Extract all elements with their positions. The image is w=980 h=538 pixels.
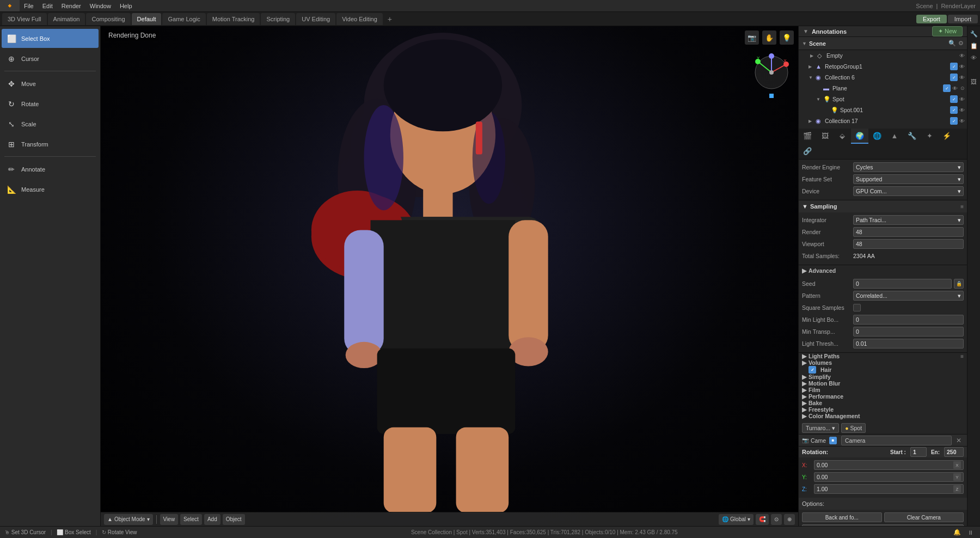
ws-tab-add[interactable]: + <box>384 13 396 25</box>
tool-rotate[interactable]: ↻ Rotate <box>2 94 99 113</box>
side-icon-view[interactable]: 👁 <box>969 52 979 63</box>
spot-checkbox[interactable]: ✓ <box>950 95 958 103</box>
hair-checkbox[interactable]: ✓ <box>808 366 816 374</box>
bake-header[interactable]: ▶ Bake <box>799 400 967 406</box>
status-icon-2[interactable]: ⏸ <box>965 527 976 538</box>
rot-x-btn[interactable]: X <box>953 461 961 469</box>
spot001-eye[interactable]: 👁 <box>959 107 965 113</box>
proportional-edit[interactable]: ⊙ <box>771 514 782 525</box>
min-transp-input[interactable]: 0 <box>853 327 964 337</box>
tool-scale[interactable]: ⤡ Scale <box>2 114 99 133</box>
menu-edit[interactable]: Edit <box>38 0 57 11</box>
simplify-header[interactable]: ▶ Simplify <box>799 374 967 380</box>
col17-eye[interactable]: 👁 <box>959 118 965 124</box>
menu-help[interactable]: Help <box>115 0 137 11</box>
rot-z-input[interactable]: 1.00 Z <box>814 484 964 494</box>
seed-input[interactable]: 0 <box>853 279 952 289</box>
rot-y-input[interactable]: 0.00 Y <box>814 472 964 482</box>
came-checkbox[interactable]: ■ <box>829 437 837 444</box>
spot-eye[interactable]: 👁 <box>959 96 965 102</box>
transform-orientations[interactable]: ⊕ <box>784 514 795 525</box>
ws-tab-gamellogic[interactable]: Game Logic <box>162 13 205 25</box>
tree-item-collection6[interactable]: ▼ ◉ Collection 6 ✓ 👁 <box>799 72 967 83</box>
select-menu[interactable]: Select <box>180 514 202 525</box>
camera-selector[interactable]: Camera <box>841 436 952 445</box>
ws-tab-videoediting[interactable]: Video Editing <box>336 13 383 25</box>
menu-render[interactable]: Render <box>57 0 85 11</box>
menu-window[interactable]: Window <box>85 0 115 11</box>
tree-item-spot001[interactable]: ▶ 💡 Spot.001 ✓ 👁 <box>799 105 967 115</box>
seed-lock-icon[interactable]: 🔒 <box>954 279 964 289</box>
light-thresh-input[interactable]: 0.01 <box>853 339 964 349</box>
camera-close-icon[interactable]: ✕ <box>954 437 964 444</box>
performance-header[interactable]: ▶ Performance <box>799 393 967 400</box>
retopo-eye[interactable]: 👁 <box>959 64 965 70</box>
scene-filter-icon[interactable]: 🔍 <box>948 40 956 47</box>
hair-header[interactable]: ✓ Hair <box>799 366 967 374</box>
tree-item-retopogroup[interactable]: ▶ ▲ RetopoGroup1 ✓ 👁 <box>799 61 967 72</box>
clear-camera-button[interactable]: Clear Camera <box>884 512 964 522</box>
ws-tab-motiontracking[interactable]: Motion Tracking <box>207 13 260 25</box>
tool-measure[interactable]: 📐 Measure <box>2 180 99 199</box>
tree-item-plane[interactable]: ▶ ▬ Plane ✓ 👁 ⊙ <box>799 83 967 94</box>
add-menu[interactable]: Add <box>204 514 220 525</box>
col6-eye[interactable]: 👁 <box>959 75 965 81</box>
tool-transform[interactable]: ⊞ Transform <box>2 134 99 154</box>
volumes-header[interactable]: ▶ Volumes <box>799 359 967 366</box>
turnaround-dropdown[interactable]: Turnaro... ▾ <box>802 423 839 433</box>
start-input[interactable]: 1 <box>910 447 927 457</box>
prop-tab-output[interactable]: 🖼 <box>816 129 834 144</box>
device-select[interactable]: GPU Com... ▾ <box>853 186 964 196</box>
menu-blender[interactable]: 🔸 <box>0 0 20 11</box>
side-icon-coat[interactable]: 🖼 <box>969 76 979 87</box>
col6-checkbox[interactable]: ✓ <box>950 74 958 81</box>
prop-tab-physics[interactable]: ⚡ <box>938 129 955 144</box>
render-engine-select[interactable]: Cycles ▾ <box>853 162 964 172</box>
tool-cursor[interactable]: ⊕ Cursor <box>2 49 99 68</box>
sampling-header[interactable]: ▼ Sampling ≡ <box>799 200 967 212</box>
tree-item-empty[interactable]: ▶ ◇ Empty 👁 <box>799 50 967 61</box>
film-header[interactable]: ▶ Film <box>799 387 967 393</box>
min-light-input[interactable]: 0 <box>853 315 964 325</box>
render-samples-input[interactable]: 48 <box>853 227 964 237</box>
viewport-samples-input[interactable]: 48 <box>853 239 964 249</box>
motion-blur-header[interactable]: ▶ Motion Blur <box>799 380 967 387</box>
prop-tab-object[interactable]: ▲ <box>886 129 903 144</box>
tool-move[interactable]: ✥ Move <box>2 74 99 93</box>
prop-tab-modifier[interactable]: 🔧 <box>903 129 921 144</box>
ws-tab-uvediting[interactable]: UV Editing <box>296 13 335 25</box>
empty-eye[interactable]: 👁 <box>959 53 965 59</box>
light-paths-header[interactable]: ▶ Light Paths ≡ <box>799 353 967 359</box>
prop-tab-render[interactable]: 🎬 <box>799 129 816 144</box>
tree-item-collection17[interactable]: ▶ ◉ Collection 17 ✓ 👁 <box>799 115 967 126</box>
tree-item-spot[interactable]: ▼ 💡 Spot ✓ 👁 <box>799 94 967 105</box>
prop-tab-world[interactable]: 🌐 <box>868 129 886 144</box>
viewport[interactable]: Rendering Done 📷 ✋ 💡 X Y <box>101 26 798 526</box>
plane-checkbox[interactable]: ✓ <box>943 84 951 92</box>
side-icon-item[interactable]: 📋 <box>969 40 979 51</box>
light-overlay-icon[interactable]: 💡 <box>780 30 794 45</box>
camera-overlay-icon[interactable]: 📷 <box>745 30 759 45</box>
ws-tab-scripting[interactable]: Scripting <box>261 13 295 25</box>
rot-x-input[interactable]: 0.00 X <box>814 460 964 470</box>
advanced-header[interactable]: ▶ Advanced <box>799 265 967 276</box>
scene-settings-icon[interactable]: ⚙ <box>958 40 964 47</box>
prop-tab-constraints[interactable]: 🔗 <box>799 144 816 159</box>
prop-tab-particles[interactable]: ✦ <box>921 129 938 144</box>
retopo-checkbox[interactable]: ✓ <box>950 63 958 70</box>
feature-set-select[interactable]: Supported ▾ <box>853 174 964 184</box>
rotation-header[interactable]: Rotation: Start : 1 En: 250 <box>799 447 967 457</box>
color-management-header[interactable]: ▶ Color Management <box>799 413 967 419</box>
status-icon-1[interactable]: 🔔 <box>952 527 963 538</box>
snap-selector[interactable]: 🧲 <box>756 514 769 525</box>
import-button[interactable]: Import <box>948 15 978 23</box>
ws-tab-animation[interactable]: Animation <box>48 13 85 25</box>
global-selector[interactable]: 🌐 Global ▾ <box>719 514 754 525</box>
export-button[interactable]: Export <box>916 15 947 23</box>
sampling-menu-icon[interactable]: ≡ <box>960 204 964 210</box>
prop-tab-scene[interactable]: 🌍 <box>851 129 868 144</box>
menu-file[interactable]: File <box>20 0 38 11</box>
mode-selector[interactable]: ▲ Object Mode ▾ <box>104 514 153 525</box>
side-icon-tool[interactable]: 🔧 <box>969 28 979 39</box>
rot-y-btn[interactable]: Y <box>953 473 961 481</box>
